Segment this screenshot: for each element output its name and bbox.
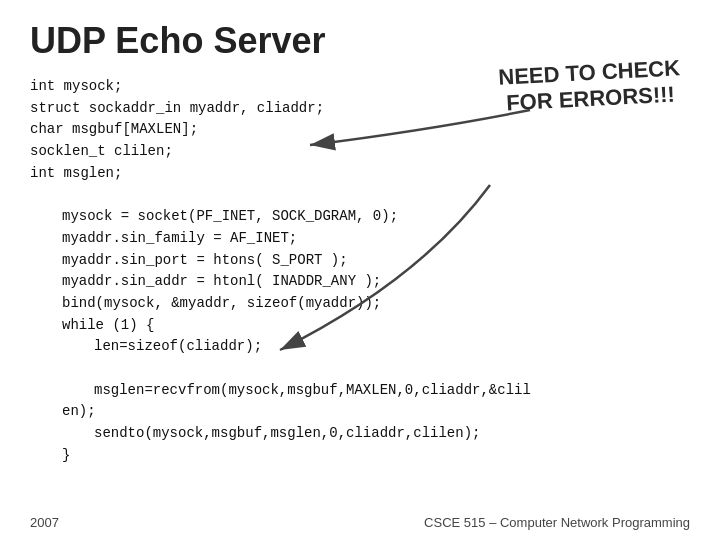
code-line: len=sizeof(cliaddr); xyxy=(94,336,690,358)
code-line: myaddr.sin_family = AF_INET; xyxy=(62,228,690,250)
code-line: } xyxy=(62,445,690,467)
footer: 2007 CSCE 515 – Computer Network Program… xyxy=(0,515,720,530)
code-line: char msgbuf[MAXLEN]; xyxy=(30,119,690,141)
code-line: myaddr.sin_port = htons( S_PORT ); xyxy=(62,250,690,272)
code-line: sendto(mysock,msgbuf,msglen,0,cliaddr,cl… xyxy=(94,423,690,445)
code-block: int mysock; struct sockaddr_in myaddr, c… xyxy=(30,76,690,466)
code-while: while (1) { xyxy=(62,315,690,337)
code-line: bind(mysock, &myaddr, sizeof(myaddr)); xyxy=(62,293,690,315)
slide-title: UDP Echo Server xyxy=(30,20,690,62)
code-line: mysock = socket(PF_INET, SOCK_DGRAM, 0); xyxy=(62,206,690,228)
code-line: int msglen; xyxy=(30,163,690,185)
code-line: myaddr.sin_addr = htonl( INADDR_ANY ); xyxy=(62,271,690,293)
footer-year: 2007 xyxy=(30,515,59,530)
annotation-text: NEED TO CHECKFOR ERRORS!!! xyxy=(498,55,682,117)
code-line: socklen_t clilen; xyxy=(30,141,690,163)
slide: UDP Echo Server int mysock; struct socka… xyxy=(0,0,720,540)
code-line: msglen=recvfrom(mysock,msgbuf,MAXLEN,0,c… xyxy=(94,380,690,402)
code-line: en); xyxy=(62,401,690,423)
footer-course: CSCE 515 – Computer Network Programming xyxy=(424,515,690,530)
